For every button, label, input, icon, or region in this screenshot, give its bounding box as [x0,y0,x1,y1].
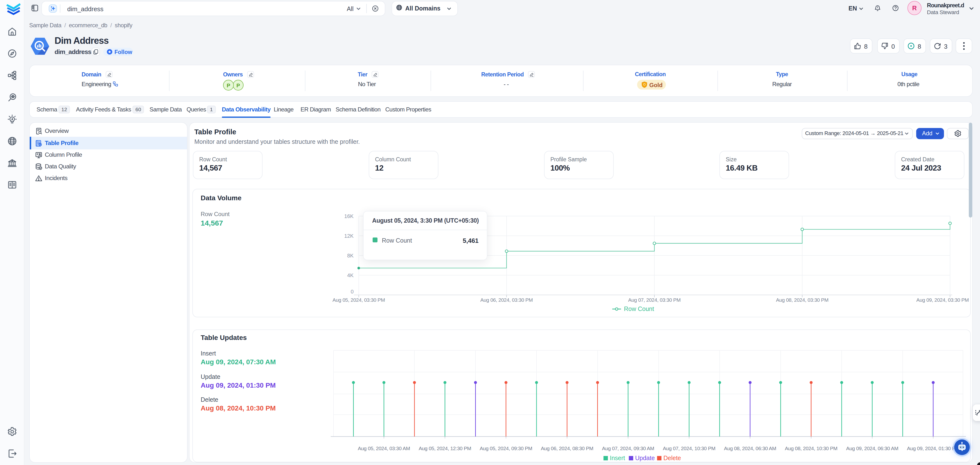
svg-text:Aug 05, 2024, 03:30 PM: Aug 05, 2024, 03:30 PM [332,297,385,303]
svg-text:Aug 06, 2024, 03:30 PM: Aug 06, 2024, 03:30 PM [480,297,533,303]
svg-text:Aug 07, 2024, 03:30 PM: Aug 07, 2024, 03:30 PM [628,297,681,303]
svg-text:Aug 08, 2024, 03:30 PM: Aug 08, 2024, 03:30 PM [776,297,829,303]
svg-text:Delete: Delete [663,454,681,461]
svg-text:0: 0 [351,289,354,295]
svg-text:12K: 12K [344,233,354,239]
svg-text:Aug 07, 2024, 09:30 AM: Aug 07, 2024, 09:30 AM [602,446,654,451]
svg-text:Aug 09, 2024, 06:30 AM: Aug 09, 2024, 06:30 AM [846,446,898,451]
svg-text:Aug 09, 2024, 01:30 PM: Aug 09, 2024, 01:30 PM [907,446,959,451]
svg-text:8K: 8K [347,252,354,259]
svg-text:Aug 05, 2024, 09:30 PM: Aug 05, 2024, 09:30 PM [480,446,532,451]
svg-text:Aug 06, 2024, 08:30 PM: Aug 06, 2024, 08:30 PM [541,446,593,451]
svg-text:16K: 16K [344,213,354,219]
svg-text:Aug 09, 2024, 03:30 PM: Aug 09, 2024, 03:30 PM [916,297,969,303]
svg-text:Insert: Insert [610,454,625,461]
svg-text:Aug 07, 2024, 10:30 PM: Aug 07, 2024, 10:30 PM [663,446,716,451]
svg-text:Aug 08, 2024, 10:30 PM: Aug 08, 2024, 10:30 PM [785,446,838,451]
svg-text:4K: 4K [347,272,354,278]
svg-text:Aug 05, 2024, 12:30 PM: Aug 05, 2024, 12:30 PM [418,446,471,451]
svg-text:Aug 08, 2024, 06:30 AM: Aug 08, 2024, 06:30 AM [724,446,776,451]
svg-text:Update: Update [635,454,655,461]
svg-text:Aug 05, 2024, 03:30 AM: Aug 05, 2024, 03:30 AM [358,446,410,451]
svg-text:Row Count: Row Count [624,305,654,312]
